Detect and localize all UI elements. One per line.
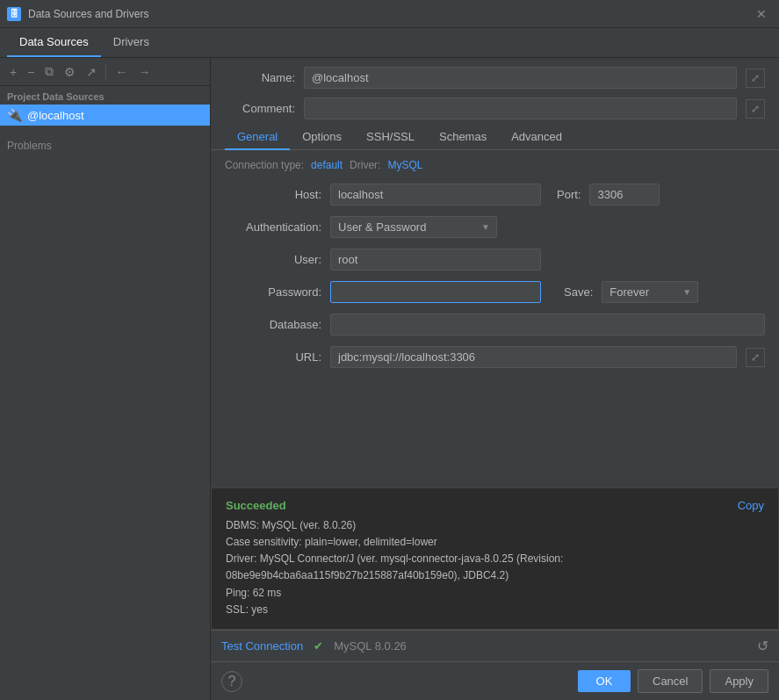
refresh-button[interactable]: ↺ [757, 638, 768, 654]
database-label: Database: [225, 318, 321, 331]
help-button[interactable]: ? [221, 671, 242, 692]
cancel-button[interactable]: Cancel [638, 669, 703, 693]
test-connection-button[interactable]: Test Connection [221, 636, 303, 656]
user-input[interactable] [330, 249, 541, 271]
url-input[interactable] [330, 346, 737, 368]
success-title-text: Succeeded [226, 499, 286, 512]
sidebar: + − ⧉ ⚙ ↗ ← → Project Data Sources 🔌 @lo… [0, 58, 211, 700]
tab-content: Connection type: default Driver: MySQL H… [211, 150, 779, 630]
port-input[interactable] [589, 184, 660, 206]
sidebar-item-localhost[interactable]: 🔌 @localhost [0, 105, 210, 126]
database-row: Database: [225, 314, 765, 336]
connection-type-label: Connection type: [225, 159, 304, 171]
port-label: Port: [557, 188, 581, 201]
nav-tabs: General Options SSH/SSL Schemas Advanced [211, 125, 779, 150]
toolbar-separator [105, 65, 106, 79]
window-title: Data Sources and Drivers [28, 8, 751, 20]
copy-link[interactable]: Copy [738, 499, 764, 512]
content-area: + − ⧉ ⚙ ↗ ← → Project Data Sources 🔌 @lo… [0, 58, 779, 700]
success-line-1: Case sensitivity: plain=lower, delimited… [226, 534, 764, 551]
export-button[interactable]: ↗ [82, 62, 101, 82]
right-panel: Name: ⤢ Comment: ⤢ General Options SSH/S… [211, 58, 779, 700]
back-button[interactable]: ← [111, 62, 132, 82]
sidebar-item-label: @localhost [27, 109, 84, 122]
action-buttons: ? OK Cancel Apply [211, 661, 779, 700]
success-line-2: Driver: MySQL Connector/J (ver. mysql-co… [226, 551, 764, 567]
url-label: URL: [225, 350, 321, 364]
problems-label: Problems [7, 140, 52, 152]
success-line-3: 08be9e9b4cba6aa115f9b27b215887af40b159e0… [226, 567, 764, 584]
add-button[interactable]: + [5, 62, 21, 82]
title-bar: 🗄 Data Sources and Drivers ✕ [0, 0, 779, 28]
name-label: Name: [225, 71, 295, 84]
tab-options[interactable]: Options [290, 125, 354, 150]
password-input[interactable] [330, 281, 541, 303]
mysql-version-text: MySQL 8.0.26 [334, 639, 407, 653]
settings-button[interactable]: ⚙ [60, 62, 80, 82]
user-row: User: [225, 249, 765, 271]
auth-select[interactable]: User & Password No auth LDAP [330, 216, 497, 238]
main-container: Data Sources Drivers + − ⧉ ⚙ ↗ ← → Proje… [0, 28, 779, 700]
name-input[interactable] [304, 67, 737, 89]
apply-button[interactable]: Apply [710, 669, 768, 693]
url-row: URL: ⤢ [225, 346, 765, 368]
auth-label: Authentication: [225, 220, 321, 234]
app-icon: 🗄 [7, 7, 21, 21]
copy-button[interactable]: ⧉ [40, 61, 58, 82]
host-row: Host: Port: [225, 184, 765, 206]
connection-type-value[interactable]: default [311, 159, 343, 171]
auth-select-wrapper: User & Password No auth LDAP ▼ [330, 216, 497, 238]
database-icon: 🔌 [7, 108, 22, 122]
driver-label: Driver: [350, 159, 380, 171]
tab-drivers[interactable]: Drivers [101, 28, 162, 57]
close-button[interactable]: ✕ [751, 5, 772, 23]
comment-label: Comment: [225, 102, 295, 115]
forward-button[interactable]: → [133, 62, 155, 82]
success-line-4: Ping: 62 ms [226, 585, 764, 602]
success-line-5: SSL: yes [226, 602, 764, 618]
auth-row: Authentication: User & Password No auth … [225, 216, 765, 238]
comment-expand-button[interactable]: ⤢ [746, 99, 765, 119]
success-popup: Succeeded Copy DBMS: MySQL (ver. 8.0.26)… [211, 487, 779, 630]
remove-button[interactable]: − [23, 62, 39, 82]
comment-row: Comment: ⤢ [211, 94, 779, 125]
expand-button[interactable]: ⤢ [746, 69, 765, 88]
host-input[interactable] [330, 184, 541, 206]
success-title-row: Succeeded Copy [226, 499, 764, 512]
tab-advanced[interactable]: Advanced [499, 125, 574, 150]
check-icon: ✔ [314, 639, 323, 653]
database-input[interactable] [330, 314, 765, 336]
connection-type-row: Connection type: default Driver: MySQL [225, 159, 765, 171]
success-body: DBMS: MySQL (ver. 8.0.26) Case sensitivi… [226, 517, 764, 618]
problems-section: Problems [0, 126, 210, 166]
password-row: Password: Save: Forever Until restart Ne… [225, 281, 765, 303]
tab-general[interactable]: General [225, 125, 290, 150]
sidebar-toolbar: + − ⧉ ⚙ ↗ ← → [0, 58, 210, 86]
save-label: Save: [564, 285, 593, 299]
tab-ssh-ssl[interactable]: SSH/SSL [354, 125, 427, 150]
save-select[interactable]: Forever Until restart Never [602, 281, 698, 303]
name-row: Name: ⤢ [211, 58, 779, 94]
url-expand-button[interactable]: ⤢ [746, 348, 765, 367]
comment-input[interactable] [304, 97, 737, 119]
driver-value[interactable]: MySQL [387, 159, 422, 171]
user-label: User: [225, 253, 321, 266]
password-label: Password: [225, 285, 321, 299]
tab-schemas[interactable]: Schemas [427, 125, 499, 150]
host-label: Host: [225, 188, 321, 201]
ok-button[interactable]: OK [578, 670, 631, 692]
top-tabs-row: Data Sources Drivers [0, 28, 779, 58]
project-data-sources-label: Project Data Sources [0, 86, 210, 105]
tab-data-sources[interactable]: Data Sources [7, 28, 101, 57]
success-line-0: DBMS: MySQL (ver. 8.0.26) [226, 517, 764, 534]
save-select-wrapper: Forever Until restart Never ▼ [602, 281, 698, 303]
bottom-bar: Test Connection ✔ MySQL 8.0.26 ↺ [211, 630, 779, 661]
